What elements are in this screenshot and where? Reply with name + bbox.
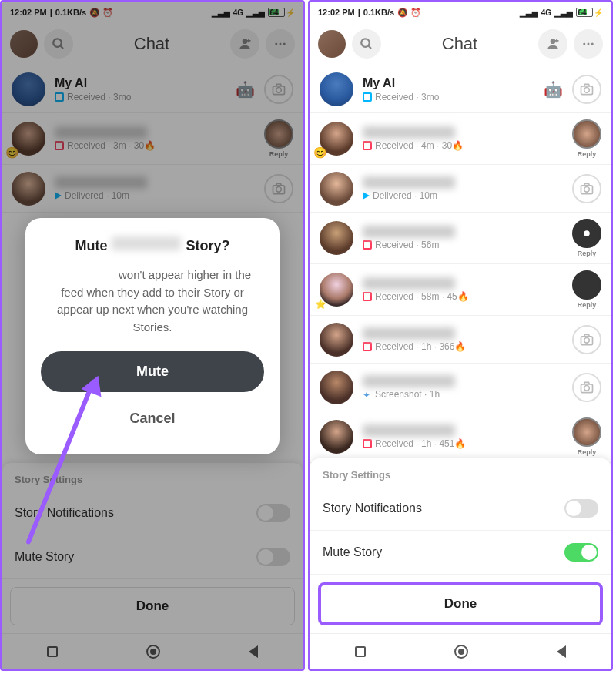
app-header: Chat: [310, 22, 611, 65]
status-sig2: ▁▃▅: [554, 8, 573, 17]
bot-icon: 🤖: [236, 80, 255, 99]
android-nav: [310, 633, 611, 669]
camera-button[interactable]: [572, 174, 601, 203]
svg-point-2: [243, 39, 248, 44]
status-icons: 🔕 ⏰: [397, 8, 421, 18]
story-notifications-toggle[interactable]: [564, 499, 598, 518]
svg-point-14: [551, 39, 556, 44]
avatar: [320, 172, 353, 206]
status-bar: 12:02 PM | 0.1KB/s 🔕 ⏰ ▁▃▅ 4G ▁▃▅ 64⚡: [2, 2, 303, 22]
list-item[interactable]: My AI Received · 3mo 🤖: [310, 65, 611, 113]
add-friend-button[interactable]: [538, 29, 567, 59]
camera-button[interactable]: [264, 174, 293, 203]
avatar: [320, 273, 353, 307]
story-button[interactable]: [572, 119, 601, 149]
status-time: 12:02 PM: [10, 8, 47, 17]
mute-story-row[interactable]: Mute Story: [310, 531, 611, 575]
avatar: [320, 323, 353, 357]
done-button[interactable]: Done: [318, 582, 603, 625]
story-settings-sheet: Story Settings Story Notifications Mute …: [2, 463, 303, 633]
sheet-title: Story Settings: [310, 458, 611, 487]
mute-story-toggle[interactable]: [256, 548, 290, 566]
avatar: [320, 371, 353, 404]
delivered-icon: [55, 192, 62, 200]
mute-confirm-modal: Mute Story? won't appear higher in the f…: [25, 218, 280, 454]
camera-button[interactable]: [572, 325, 601, 354]
list-item[interactable]: ✦Screenshot · 1h: [310, 364, 611, 411]
back-button[interactable]: [557, 645, 566, 658]
avatar: [320, 122, 353, 156]
story-notifications-row[interactable]: Story Notifications: [2, 491, 303, 535]
svg-point-11: [276, 186, 282, 192]
status-sig2: ▁▃▅: [246, 8, 265, 17]
list-item[interactable]: Received · 56m Reply: [310, 213, 611, 264]
more-button[interactable]: [266, 29, 295, 59]
battery-icon: 64⚡: [268, 8, 295, 17]
status-net: 0.1KB/s: [55, 8, 86, 17]
svg-line-13: [368, 45, 371, 49]
done-button[interactable]: Done: [10, 587, 295, 625]
svg-point-5: [275, 42, 277, 45]
app-header: Chat: [2, 22, 303, 65]
list-item[interactable]: Received · 1h · 451🔥 Reply: [310, 411, 611, 463]
status-icons: 🔕 ⏰: [89, 8, 113, 18]
received-icon: [55, 141, 64, 150]
camera-button[interactable]: [572, 75, 601, 104]
avatar: [12, 122, 45, 156]
back-button[interactable]: [249, 645, 258, 658]
search-button[interactable]: [44, 29, 73, 59]
list-item[interactable]: Received · 4m · 30🔥 Reply: [310, 113, 611, 165]
camera-button[interactable]: [572, 373, 601, 402]
story-button[interactable]: [572, 270, 601, 300]
add-friend-button[interactable]: [230, 29, 259, 59]
svg-point-21: [584, 87, 590, 92]
profile-avatar[interactable]: [318, 30, 346, 58]
avatar: [12, 172, 45, 206]
list-item[interactable]: Delivered · 10m: [2, 165, 303, 213]
sheet-title: Story Settings: [2, 463, 303, 491]
received-icon: [363, 342, 372, 351]
svg-point-6: [279, 42, 281, 45]
status-sig: ▁▃▅: [520, 8, 538, 17]
list-item[interactable]: Delivered · 10m: [310, 165, 611, 213]
status-sig: ▁▃▅: [212, 8, 230, 17]
list-item[interactable]: Received · 58m · 45🔥 Reply: [310, 264, 611, 316]
recent-apps-button[interactable]: [47, 646, 58, 657]
cancel-button[interactable]: Cancel: [41, 401, 264, 436]
list-item[interactable]: Received · 3m · 30🔥 Reply: [2, 113, 303, 165]
story-notifications-toggle[interactable]: [256, 504, 290, 522]
more-button[interactable]: [574, 29, 603, 59]
home-button[interactable]: [454, 645, 468, 659]
modal-body: won't appear higher in the feed when the…: [41, 267, 264, 336]
story-settings-sheet: Story Settings Story Notifications Mute …: [310, 458, 611, 633]
avatar: [320, 420, 353, 454]
story-button[interactable]: [572, 417, 601, 447]
home-button[interactable]: [146, 645, 160, 659]
received-icon: [363, 92, 372, 102]
svg-point-7: [283, 42, 286, 45]
list-item[interactable]: Received · 1h · 366🔥: [310, 316, 611, 364]
status-net: 0.1KB/s: [363, 8, 394, 17]
svg-point-9: [276, 87, 282, 92]
received-icon: [363, 240, 372, 250]
phone-left: 12:02 PM | 0.1KB/s 🔕 ⏰ ▁▃▅ 4G ▁▃▅ 64⚡ Ch…: [0, 0, 305, 671]
story-button[interactable]: [264, 119, 293, 149]
avatar: [320, 72, 353, 106]
status-bar: 12:02 PM | 0.1KB/s 🔕 ⏰ ▁▃▅ 4G ▁▃▅ 64⚡: [310, 2, 611, 22]
recent-apps-button[interactable]: [355, 646, 366, 657]
svg-point-26: [584, 337, 590, 343]
avatar: [320, 221, 353, 255]
received-icon: [363, 439, 372, 448]
search-button[interactable]: [352, 29, 381, 59]
list-item[interactable]: My AI Received · 3mo 🤖: [2, 65, 303, 113]
story-button[interactable]: [572, 219, 601, 248]
page-title: Chat: [442, 34, 477, 54]
avatar: [12, 72, 45, 106]
camera-button[interactable]: [264, 75, 293, 104]
profile-avatar[interactable]: [10, 30, 38, 58]
mute-button[interactable]: Mute: [41, 351, 264, 392]
received-icon: [55, 92, 64, 102]
story-notifications-row[interactable]: Story Notifications: [310, 487, 611, 531]
mute-story-row[interactable]: Mute Story: [2, 535, 303, 579]
mute-story-toggle[interactable]: [564, 543, 598, 562]
